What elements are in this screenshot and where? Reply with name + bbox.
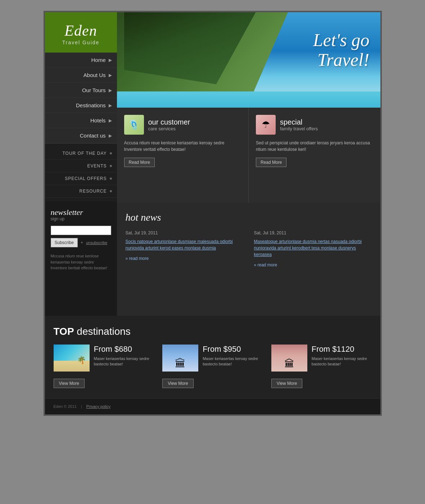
hot-news-title: hot news	[126, 212, 372, 223]
nav-label-hotels: Hotels	[90, 117, 106, 123]
hero-tagline-line1: Let's go	[313, 30, 370, 50]
main-nav: Home ▶ About Us ▶ Our Tours ▶	[45, 53, 117, 143]
arrow-icon: ▶	[109, 73, 112, 78]
unsubscribe-link[interactable]: unsubscribe	[86, 240, 107, 245]
destinations-title-top: TOP	[54, 326, 74, 337]
destination-details-2: From $950 Maser keriasertas keroay sedre…	[203, 345, 263, 372]
subscribe-button[interactable]: Subscribe	[51, 238, 78, 247]
hero: Let's go Travel! welcome! { Sed ut persp…	[117, 12, 380, 108]
newsletter-body-text: Mccusa ntium reue kenlose keriasertas ke…	[51, 253, 111, 271]
hero-tagline: Let's go Travel!	[313, 30, 370, 70]
destination-desc-2: Maser keriasertas keroay sedre bastecto …	[203, 356, 263, 367]
arrow-icon: ▶	[109, 103, 112, 108]
news-read-more-1[interactable]: » read more	[126, 256, 149, 261]
news-link-1[interactable]: Socis natoque arturionlase dusmiase male…	[126, 238, 243, 251]
nav-item-tours[interactable]: Our Tours ▶	[45, 83, 117, 98]
top-section: Eden Travel Guide Home ▶ About Us	[45, 12, 380, 316]
nav-item-hotels[interactable]: Hotels ▶	[45, 113, 117, 128]
service-title-sub-special: family travel offers	[280, 126, 318, 131]
service-title-customer: our customer care services	[148, 118, 190, 131]
nav-link-hotels[interactable]: Hotels ▶	[45, 113, 117, 128]
news-item-1: Sat, Jul 19, 2011 Socis natoque arturion…	[126, 230, 243, 268]
footer: Eden © 2011 | Privacy policy	[45, 398, 380, 414]
service-title-main-customer: our customer	[148, 118, 190, 126]
nav-link-contact[interactable]: Contact us ▶	[45, 128, 117, 143]
view-more-button-1[interactable]: View More	[54, 379, 85, 388]
nav-item-about[interactable]: About Us ▶	[45, 68, 117, 83]
umbrella-icon: ☂	[256, 115, 276, 135]
arrow-icon: ▶	[109, 58, 112, 63]
destination-info-2: From $950 Maser keriasertas keroay sedre…	[162, 345, 263, 372]
destination-image-2	[162, 345, 198, 372]
destination-thumb-2	[162, 345, 198, 372]
service-icon-special: ☂	[256, 115, 276, 135]
arrow-icon: ▶	[109, 118, 112, 123]
nav-item-destinations[interactable]: Destinations ▶	[45, 98, 117, 113]
secondary-nav-resource[interactable]: RESOURCE	[45, 185, 117, 198]
secondary-label-tour: TOUR OF THE DAY	[62, 151, 107, 156]
hero-image: Let's go Travel!	[117, 12, 380, 108]
destinations-title-rest: destinations	[74, 326, 131, 337]
destination-image-1	[54, 345, 90, 372]
secondary-link-tour[interactable]: TOUR OF THE DAY	[45, 147, 117, 159]
read-more-button-customer[interactable]: Read More	[124, 158, 155, 167]
newsletter-input[interactable]	[51, 226, 111, 235]
logo-area: Eden Travel Guide	[45, 12, 117, 53]
news-link-2[interactable]: Maseatoque arturionlase dusmia nertas na…	[254, 238, 372, 258]
logo-title: Eden	[52, 23, 110, 38]
nav-link-destinations[interactable]: Destinations ▶	[45, 98, 117, 113]
bullet-icon	[110, 177, 112, 180]
service-header-special: ☂ special family travel offers	[256, 115, 373, 135]
read-more-button-special[interactable]: Read More	[256, 158, 286, 167]
destination-thumb-3	[271, 345, 307, 372]
nav-item-home[interactable]: Home ▶	[45, 53, 117, 68]
nav-label-about: About Us	[83, 72, 106, 78]
service-title-main-special: special	[280, 118, 318, 126]
nav-link-tours[interactable]: Our Tours ▶	[45, 83, 117, 98]
bullet-icon	[110, 190, 112, 192]
destination-info-1: From $680 Maser keriasertas keroay sedre…	[54, 345, 154, 372]
destination-item-1: From $680 Maser keriasertas keroay sedre…	[54, 345, 154, 388]
page-wrapper: Eden Travel Guide Home ▶ About Us	[44, 11, 382, 416]
destination-thumb-1	[54, 345, 90, 372]
newsletter-signup-label: sign up	[51, 216, 111, 221]
view-more-button-2[interactable]: View More	[162, 379, 193, 388]
nav-label-tours: Our Tours	[82, 87, 106, 93]
secondary-link-resource[interactable]: RESOURCE	[45, 185, 117, 197]
destination-item-3: From $1120 Maser keriasertas keroay sedr…	[271, 345, 372, 388]
service-desc-special: Sed ut perspiciat unde orodiaer leroas j…	[256, 140, 373, 153]
plus-icon: +	[81, 240, 83, 245]
hero-tagline-line2: Travel!	[317, 50, 369, 70]
nav-label-home: Home	[91, 57, 105, 63]
service-title-sub-customer: care services	[148, 126, 190, 131]
news-read-more-2[interactable]: » read more	[254, 262, 277, 267]
service-box-special: ☂ special family travel offers Sed ut pe…	[249, 108, 380, 203]
service-box-customer: 🩴 our customer care services Accusa ntiu…	[117, 108, 249, 203]
secondary-label-offers: SPECIAL OFFERS	[65, 176, 107, 181]
destination-details-1: From $680 Maser keriasertas keroay sedre…	[94, 345, 154, 372]
nav-item-contact[interactable]: Contact us ▶	[45, 128, 117, 143]
bullet-icon	[110, 152, 112, 154]
destination-price-1: From $680	[94, 345, 154, 354]
hero-water	[117, 91, 380, 108]
hot-news-section: hot news Sat, Jul 19, 2011 Socis natoque…	[117, 203, 380, 316]
secondary-link-events[interactable]: EVENTS	[45, 160, 117, 172]
nav-label-contact: Contact us	[80, 132, 106, 139]
secondary-nav-offers[interactable]: SPECIAL OFFERS	[45, 172, 117, 185]
secondary-label-resource: RESOURCE	[79, 189, 107, 194]
services-section: 🩴 our customer care services Accusa ntiu…	[117, 108, 380, 203]
nav-label-destinations: Destinations	[76, 102, 106, 108]
nav-link-about[interactable]: About Us ▶	[45, 68, 117, 82]
destination-price-2: From $950	[203, 345, 263, 354]
view-more-button-3[interactable]: View More	[271, 379, 302, 388]
logo-subtitle: Travel Guide	[52, 40, 110, 45]
destination-details-3: From $1120 Maser keriasertas keroay sedr…	[312, 345, 372, 372]
secondary-link-offers[interactable]: SPECIAL OFFERS	[45, 172, 117, 185]
newsletter-section: newsletter sign up Subscribe + unsubscri…	[45, 201, 117, 278]
secondary-nav-events[interactable]: EVENTS	[45, 160, 117, 172]
footer-privacy-link[interactable]: Privacy policy	[86, 404, 110, 409]
nav-link-home[interactable]: Home ▶	[45, 53, 117, 67]
destination-image-3	[271, 345, 307, 372]
service-title-special: special family travel offers	[280, 118, 318, 131]
secondary-nav-tour[interactable]: TOUR OF THE DAY	[45, 147, 117, 160]
